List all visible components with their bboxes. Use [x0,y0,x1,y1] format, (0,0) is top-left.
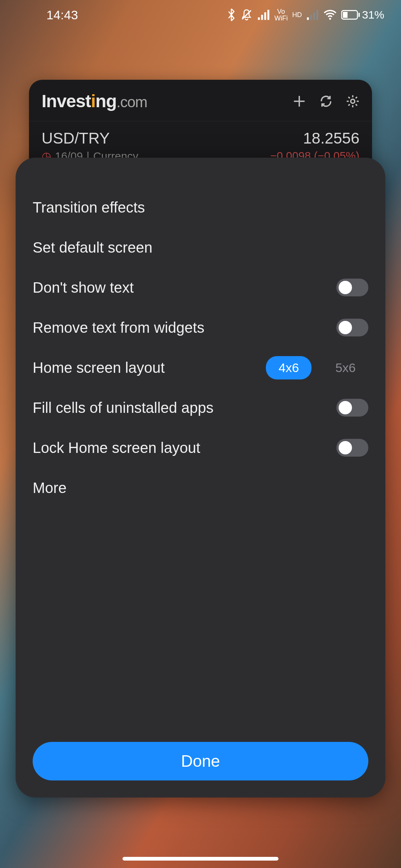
pair-price: 18.2556 [270,129,359,147]
option-transition-effects[interactable]: Transition effects [33,187,368,227]
dnd-icon [240,9,253,21]
option-dont-show-text[interactable]: Don't show text [33,267,368,308]
svg-rect-7 [313,12,315,20]
add-icon[interactable] [293,95,306,108]
svg-rect-2 [261,15,263,20]
vowifi-label: Vo WiFi [274,8,288,22]
svg-rect-12 [358,13,360,17]
svg-rect-1 [258,17,260,20]
status-time: 14:43 [17,8,78,22]
svg-point-15 [351,99,355,103]
battery-indicator: 31% [341,9,384,21]
toggle-lock-layout[interactable] [336,439,368,457]
svg-rect-8 [316,10,318,20]
hd-label: HD [292,11,302,19]
option-more[interactable]: More [33,468,368,508]
option-fill-cells[interactable]: Fill cells of uninstalled apps [33,388,368,428]
layout-pill-5x6[interactable]: 5x6 [323,356,368,379]
toggle-remove-text-widgets[interactable] [336,319,368,336]
refresh-icon[interactable] [319,95,333,108]
toggle-dont-show-text[interactable] [336,279,368,296]
bluetooth-icon [227,8,236,22]
toggle-fill-cells[interactable] [336,399,368,417]
svg-rect-6 [310,15,312,20]
wifi-icon [323,10,337,20]
done-button[interactable]: Done [33,742,368,780]
nav-handle[interactable] [123,857,278,861]
signal-icon [257,10,270,20]
option-lock-layout[interactable]: Lock Home screen layout [33,428,368,468]
option-home-screen-layout: Home screen layout 4x6 5x6 [33,348,368,388]
layout-pill-4x6[interactable]: 4x6 [266,356,312,379]
option-set-default-screen[interactable]: Set default screen [33,227,368,267]
widget-header: Investing.com [29,80,372,121]
battery-percent: 31% [362,9,384,21]
svg-line-0 [242,10,251,19]
widget-brand: Investing.com [42,91,147,111]
pair-name: USD/TRY [42,129,138,147]
svg-rect-3 [264,12,266,20]
status-bar: 14:43 Vo WiFi HD 31% [0,0,401,30]
battery-icon [341,10,360,20]
svg-rect-11 [343,12,348,18]
svg-rect-5 [307,17,309,20]
option-remove-text-widgets[interactable]: Remove text from widgets [33,308,368,348]
home-settings-sheet: Transition effects Set default screen Do… [16,158,385,798]
svg-point-9 [329,18,331,20]
signal-2-icon [306,10,319,20]
status-icons: Vo WiFi HD 31% [227,8,384,22]
svg-rect-4 [267,10,269,20]
gear-icon[interactable] [346,95,359,108]
